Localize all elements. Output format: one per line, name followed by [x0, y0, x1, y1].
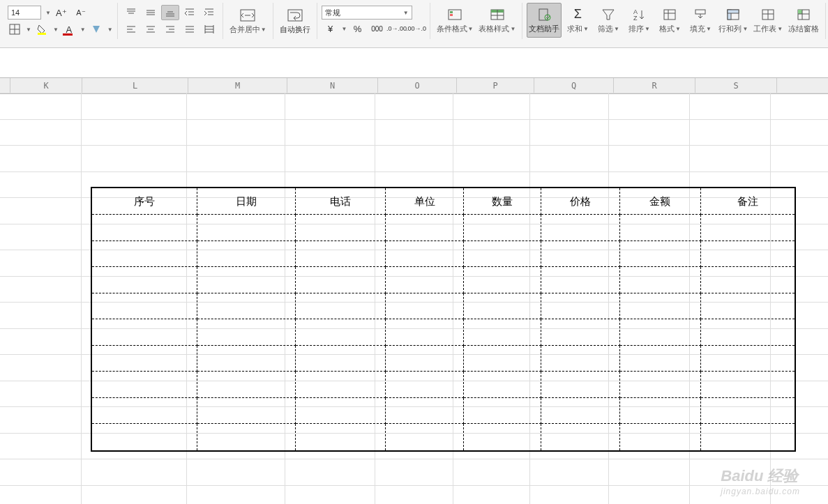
table-cell[interactable] — [92, 346, 197, 372]
table-cell[interactable] — [541, 319, 620, 346]
align-bottom-button[interactable] — [161, 5, 179, 20]
col-header-R[interactable]: R — [614, 78, 695, 93]
table-header-cell[interactable]: 单位 — [386, 188, 464, 215]
font-size-input[interactable]: 14 — [6, 5, 43, 20]
increase-indent-button[interactable] — [200, 5, 218, 20]
col-header-Q[interactable]: Q — [534, 78, 614, 93]
table-cell[interactable] — [386, 293, 464, 320]
table-cell[interactable] — [701, 424, 795, 450]
doc-helper-button[interactable]: 文档助手 — [527, 3, 562, 38]
table-cell[interactable] — [296, 372, 386, 398]
col-header-O[interactable]: O — [378, 78, 457, 93]
decrease-decimal-button[interactable]: .00→.0 — [407, 21, 426, 36]
format-button[interactable]: 格式▼ — [655, 3, 684, 38]
table-cell[interactable] — [620, 215, 701, 241]
table-cell[interactable] — [464, 319, 541, 346]
sum-button[interactable]: Σ 求和▼ — [563, 3, 592, 38]
highlight-dropdown[interactable]: ▼ — [107, 26, 113, 33]
table-cell[interactable] — [541, 372, 620, 398]
table-cell[interactable] — [92, 319, 197, 346]
font-color-button[interactable]: A — [60, 22, 78, 37]
table-cell[interactable] — [464, 372, 541, 398]
table-cell[interactable] — [386, 424, 464, 450]
table-header-cell[interactable]: 数量 — [464, 188, 541, 215]
table-cell[interactable] — [541, 267, 620, 293]
highlight-button[interactable] — [87, 22, 105, 37]
table-cell[interactable] — [92, 241, 197, 268]
table-cell[interactable] — [92, 372, 197, 398]
worksheet-button[interactable]: 工作表▼ — [751, 3, 785, 38]
table-cell[interactable] — [701, 398, 795, 425]
table-cell[interactable] — [197, 424, 296, 450]
wrap-text-button[interactable]: 自动换行 — [278, 3, 313, 38]
table-cell[interactable] — [701, 319, 795, 346]
increase-decimal-button[interactable]: .0→.00 — [388, 21, 406, 36]
border-dropdown[interactable]: ▼ — [26, 26, 31, 33]
table-cell[interactable] — [386, 398, 464, 425]
table-cell[interactable] — [464, 215, 541, 241]
table-cell[interactable] — [541, 398, 620, 425]
currency-dropdown[interactable]: ▼ — [342, 26, 347, 32]
table-cell[interactable] — [701, 267, 795, 293]
table-cell[interactable] — [620, 319, 701, 346]
table-cell[interactable] — [464, 346, 541, 372]
align-justify-button[interactable] — [181, 22, 199, 37]
table-cell[interactable] — [92, 424, 197, 450]
align-top-button[interactable] — [122, 5, 140, 20]
col-header-P[interactable]: P — [457, 78, 534, 93]
col-header-extra[interactable] — [777, 78, 828, 93]
increase-font-button[interactable]: A⁺ — [52, 5, 70, 20]
col-header-S[interactable]: S — [695, 78, 777, 93]
table-cell[interactable] — [541, 424, 620, 450]
table-cell[interactable] — [701, 293, 795, 320]
table-cell[interactable] — [464, 424, 541, 450]
decrease-font-button[interactable]: A⁻ — [72, 5, 90, 20]
filter-button[interactable]: 筛选▼ — [594, 3, 623, 38]
table-cell[interactable] — [386, 215, 464, 241]
merge-dropdown[interactable]: ▼ — [261, 26, 266, 33]
table-cell[interactable] — [296, 241, 386, 268]
merge-center-button[interactable]: 合并居中▼ — [227, 3, 269, 38]
table-cell[interactable] — [296, 398, 386, 425]
table-cell[interactable] — [197, 267, 296, 293]
align-distributed-button[interactable] — [200, 22, 218, 37]
table-cell[interactable] — [541, 241, 620, 268]
table-cell[interactable] — [92, 215, 197, 241]
fill-color-dropdown[interactable]: ▼ — [53, 26, 59, 33]
align-center-button[interactable] — [142, 22, 160, 37]
table-header-cell[interactable]: 电话 — [296, 188, 386, 215]
fill-button[interactable]: 填充▼ — [686, 3, 715, 38]
table-cell[interactable] — [464, 398, 541, 425]
table-cell[interactable] — [92, 293, 197, 320]
table-cell[interactable] — [296, 215, 386, 241]
table-header-cell[interactable]: 备注 — [701, 188, 795, 215]
table-style-button[interactable]: 表格样式▼ — [476, 3, 518, 38]
table-cell[interactable] — [701, 241, 795, 268]
sort-button[interactable]: AZ 排序▼ — [624, 3, 654, 38]
table-cell[interactable] — [197, 293, 296, 320]
spreadsheet-area[interactable]: KLMNOPQRS 序号日期电话单位数量价格金额备注 Baidu 经验 jing… — [0, 48, 828, 504]
table-cell[interactable] — [464, 267, 541, 293]
col-header-L[interactable]: L — [82, 78, 188, 93]
table-cell[interactable] — [92, 398, 197, 425]
table-header-cell[interactable]: 金额 — [620, 188, 701, 215]
table-cell[interactable] — [386, 319, 464, 346]
comma-button[interactable]: 000 — [368, 21, 386, 36]
percent-button[interactable]: % — [349, 21, 367, 36]
fill-color-button[interactable] — [33, 22, 51, 37]
align-left-button[interactable] — [122, 22, 140, 37]
table-cell[interactable] — [386, 346, 464, 372]
table-cell[interactable] — [296, 293, 386, 320]
table-cell[interactable] — [620, 241, 701, 268]
table-cell[interactable] — [620, 424, 701, 450]
font-color-dropdown[interactable]: ▼ — [80, 26, 86, 33]
table-header-cell[interactable]: 序号 — [92, 188, 197, 215]
table-cell[interactable] — [197, 346, 296, 372]
table-cell[interactable] — [464, 293, 541, 320]
table-cell[interactable] — [464, 241, 541, 268]
table-cell[interactable] — [541, 346, 620, 372]
table-cell[interactable] — [701, 346, 795, 372]
table-cell[interactable] — [541, 215, 620, 241]
table-cell[interactable] — [197, 398, 296, 425]
table-cell[interactable] — [620, 398, 701, 425]
